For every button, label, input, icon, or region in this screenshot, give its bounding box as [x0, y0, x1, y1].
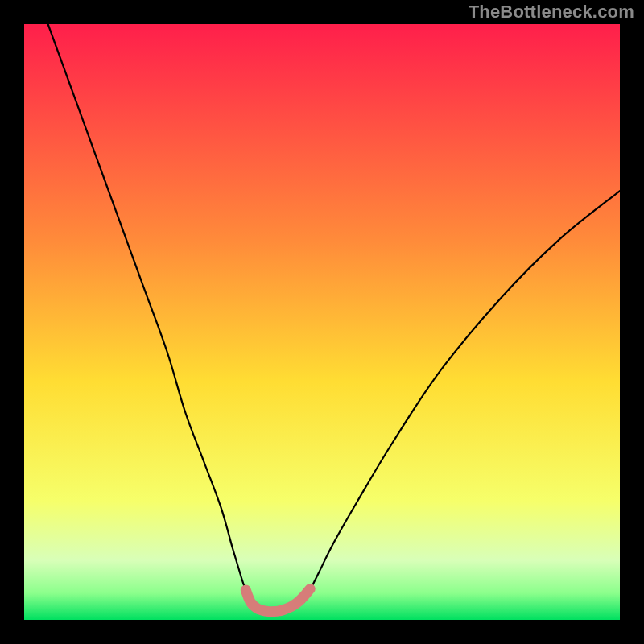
- chart-container: { "watermark": "TheBottleneck.com", "col…: [0, 0, 644, 644]
- gradient-rect: [24, 24, 620, 620]
- bottleneck-plot: [24, 24, 620, 620]
- watermark-text: TheBottleneck.com: [469, 2, 634, 23]
